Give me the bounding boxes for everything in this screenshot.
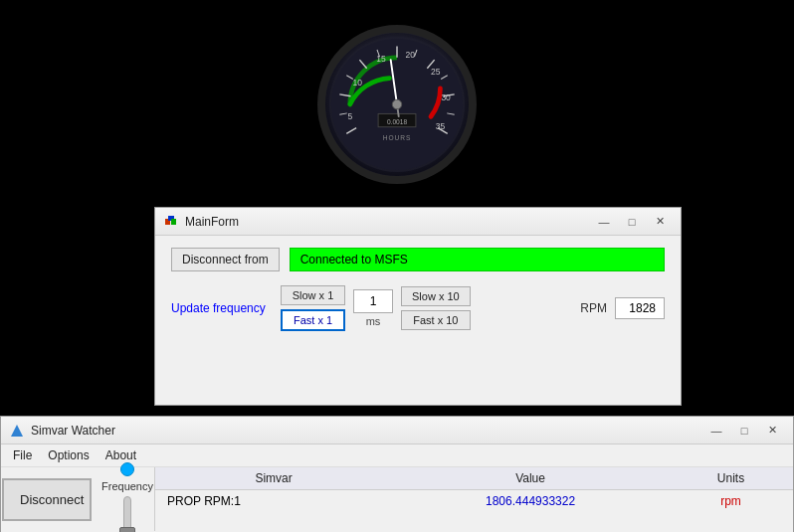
simvar-icon (9, 423, 25, 439)
freq-unit-label: ms (366, 315, 381, 327)
menu-options[interactable]: Options (40, 446, 97, 464)
cell-units: rpm (669, 490, 793, 513)
col-header-simvar: Simvar (155, 467, 392, 490)
freq-value-input[interactable] (353, 289, 393, 313)
update-frequency-label: Update frequency (171, 301, 281, 315)
right-freq-buttons: Slow x 10 Fast x 10 (401, 286, 471, 330)
frequency-dot (120, 462, 134, 476)
rpm-label: RPM (580, 301, 607, 315)
svg-text:25: 25 (431, 67, 441, 77)
fast-x1-button[interactable]: Fast x 1 (281, 309, 345, 331)
maximize-button[interactable]: □ (619, 212, 645, 232)
slow-x1-button[interactable]: Slow x 1 (281, 285, 345, 305)
gauge-svg: 5 10 15 20 25 30 35 0.0018 HOURS (329, 33, 465, 176)
frequency-indicator: Frequency (101, 462, 153, 532)
frequency-slider-thumb (119, 527, 135, 532)
col-header-value: Value (392, 467, 669, 490)
cell-simvar: PROP RPM:1 (155, 490, 392, 513)
disconnect-row: Disconnect from Connected to MSFS (171, 248, 665, 271)
connection-status: Connected to MSFS (290, 248, 665, 271)
simvar-table: Simvar Value Units PROP RPM:11806.444933… (155, 467, 793, 512)
menu-file[interactable]: File (5, 446, 40, 464)
simvar-close-button[interactable]: ✕ (759, 421, 785, 441)
svg-text:30: 30 (441, 92, 451, 102)
svg-point-26 (392, 99, 401, 108)
col-header-units: Units (669, 467, 793, 490)
close-button[interactable]: ✕ (647, 212, 673, 232)
mainform-content: Disconnect from Connected to MSFS Update… (155, 236, 681, 343)
mainform-window: MainForm — □ ✕ Disconnect from Connected… (154, 207, 682, 406)
mainform-titlebar: MainForm — □ ✕ (155, 208, 681, 236)
simvar-maximize-button[interactable]: □ (731, 421, 757, 441)
mainform-icon (163, 214, 179, 230)
rpm-display: RPM 1828 (580, 297, 665, 319)
disconnect-main-button[interactable]: Disconnect (2, 478, 92, 521)
simvar-title: Simvar Watcher (31, 424, 115, 438)
rpm-value: 1828 (615, 297, 665, 319)
gauge-area: 5 10 15 20 25 30 35 0.0018 HOURS (0, 0, 794, 209)
right-panel: Simvar Value Units PROP RPM:11806.444933… (155, 467, 793, 531)
simvar-titlebar: Simvar Watcher — □ ✕ (1, 417, 793, 444)
minimize-button[interactable]: — (591, 212, 617, 232)
svg-text:0.0018: 0.0018 (387, 118, 408, 125)
cell-value: 1806.444933322 (392, 490, 669, 513)
fast-x10-button[interactable]: Fast x 10 (401, 310, 471, 330)
left-panel: Disconnect Frequency (1, 467, 155, 531)
svg-text:15: 15 (376, 54, 386, 64)
left-freq-buttons: Slow x 1 Fast x 1 (281, 285, 345, 331)
simvar-minimize-button[interactable]: — (703, 421, 729, 441)
svg-text:5: 5 (347, 111, 352, 121)
svg-marker-30 (11, 425, 23, 437)
frequency-section: Update frequency Slow x 1 Fast x 1 ms Sl… (171, 285, 665, 331)
mainform-title: MainForm (185, 215, 239, 229)
frequency-text: Frequency (101, 480, 153, 492)
svg-text:35: 35 (436, 121, 446, 131)
freq-value-group: ms (353, 289, 393, 327)
svg-text:10: 10 (353, 78, 363, 88)
table-row: PROP RPM:11806.444933322rpm (155, 490, 793, 513)
slow-x10-button[interactable]: Slow x 10 (401, 286, 471, 306)
svg-text:20: 20 (405, 50, 415, 60)
disconnect-from-button[interactable]: Disconnect from (171, 248, 280, 271)
simvar-window: Simvar Watcher — □ ✕ File Options About … (0, 416, 794, 532)
rpm-gauge: 5 10 15 20 25 30 35 0.0018 HOURS (317, 25, 477, 184)
svg-text:HOURS: HOURS (383, 134, 412, 141)
frequency-slider[interactable] (123, 496, 131, 532)
svg-rect-29 (171, 219, 176, 225)
simvar-body: Disconnect Frequency Simvar Value Units (1, 467, 793, 531)
